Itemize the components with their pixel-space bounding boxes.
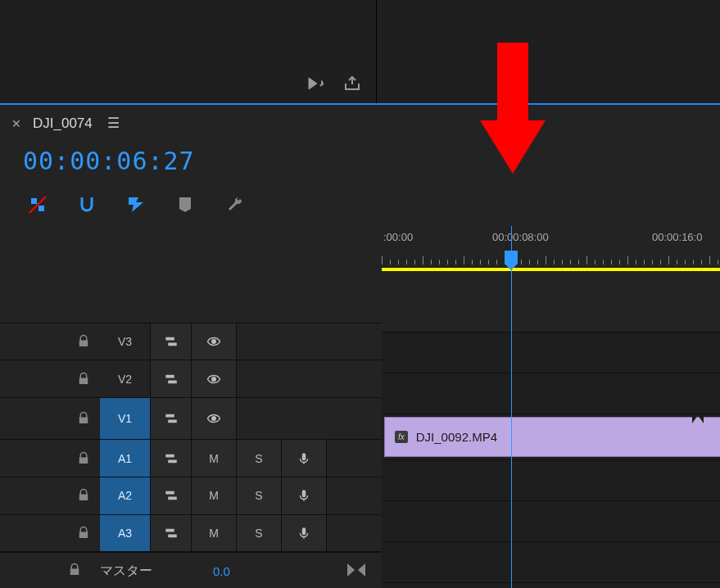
track-name[interactable]: A2	[100, 477, 151, 514]
svg-rect-21	[168, 534, 177, 537]
fx-badge[interactable]: fx	[395, 431, 408, 443]
source-patch-toggle[interactable]	[151, 398, 192, 439]
track-header-v2: V2	[0, 360, 382, 398]
work-area-bar[interactable]	[382, 268, 720, 271]
timeline-tools	[0, 188, 720, 226]
source-patch-toggle[interactable]	[151, 323, 192, 360]
track-a1-lane[interactable]	[382, 460, 720, 501]
track-header-a3: A3 M S	[0, 515, 382, 553]
source-patch-toggle[interactable]	[151, 515, 192, 552]
svg-rect-15	[168, 459, 177, 463]
track-v2-lane[interactable]	[382, 373, 720, 414]
svg-rect-18	[168, 497, 177, 500]
svg-rect-6	[168, 343, 177, 346]
mute-toggle[interactable]: M	[192, 515, 237, 552]
track-master-lane[interactable]	[382, 583, 720, 588]
solo-toggle[interactable]: S	[237, 515, 282, 552]
empty-track-space	[382, 273, 720, 332]
mute-toggle[interactable]: M	[192, 440, 237, 477]
play-pitch-icon[interactable]: ♪	[307, 75, 328, 92]
ruler-tick-label: :00:00	[383, 231, 413, 243]
svg-rect-19	[302, 490, 306, 497]
track-header-v1: V1	[0, 398, 382, 440]
voiceover-record-icon[interactable]	[282, 515, 327, 552]
track-name[interactable]: A1	[100, 440, 151, 477]
export-icon[interactable]	[343, 75, 361, 92]
lock-toggle[interactable]	[67, 515, 100, 552]
track-name[interactable]: V2	[100, 360, 151, 397]
panel-menu-icon[interactable]: ☰	[107, 115, 120, 132]
source-patch-toggle[interactable]	[151, 477, 192, 514]
clip-name: DJI_0092.MP4	[416, 430, 497, 444]
track-header-v3: V3	[0, 323, 382, 361]
svg-rect-17	[165, 491, 174, 495]
voiceover-record-icon[interactable]	[282, 477, 327, 514]
time-ruler[interactable]: :00:00 00:00:08:00 00:00:16:0	[382, 226, 720, 273]
track-header-a1: A1 M S	[0, 440, 382, 477]
track-v1-lane[interactable]: fx DJI_0092.MP4	[382, 414, 720, 460]
track-headers: V3 V2 V1	[0, 226, 382, 588]
timeline-header: ✕ DJI_0074 ☰	[0, 105, 720, 138]
sequence-name[interactable]: DJI_0074	[33, 115, 93, 132]
source-patch-toggle[interactable]	[151, 360, 192, 397]
program-monitor	[377, 0, 720, 103]
lock-toggle[interactable]	[67, 398, 100, 439]
track-name[interactable]: V3	[100, 323, 151, 360]
linked-selection-icon[interactable]	[126, 195, 146, 215]
master-volume-value[interactable]: 0.0	[213, 564, 230, 578]
nest-sequence-icon[interactable]	[28, 195, 48, 215]
bowtie-icon[interactable]	[347, 563, 365, 580]
track-output-toggle[interactable]	[192, 360, 237, 397]
close-sequence-button[interactable]: ✕	[11, 117, 21, 130]
snap-icon[interactable]	[77, 195, 97, 215]
svg-point-10	[211, 377, 216, 382]
solo-toggle[interactable]: S	[237, 440, 282, 477]
svg-rect-11	[165, 414, 174, 418]
ruler-tick-label: 00:00:08:00	[492, 231, 549, 243]
svg-marker-23	[347, 563, 355, 577]
master-track-label: マスター	[100, 563, 182, 580]
preview-panels: ♪	[0, 0, 720, 103]
track-a2-lane[interactable]	[382, 501, 720, 542]
track-name[interactable]: V1	[100, 398, 151, 439]
svg-text:♪: ♪	[319, 78, 324, 88]
svg-rect-9	[168, 380, 177, 383]
lock-toggle[interactable]	[67, 440, 100, 477]
master-track-header: マスター 0.0	[0, 552, 382, 588]
lock-toggle[interactable]	[67, 563, 82, 581]
svg-rect-14	[165, 454, 174, 457]
track-name[interactable]: A3	[100, 515, 151, 552]
track-output-toggle[interactable]	[192, 323, 237, 360]
voiceover-record-icon[interactable]	[282, 440, 327, 477]
playhead-timecode[interactable]: 00:00:06:27	[23, 147, 195, 175]
lock-toggle[interactable]	[67, 323, 100, 360]
svg-marker-24	[358, 563, 365, 577]
svg-marker-2	[309, 78, 317, 89]
track-v3-lane[interactable]	[382, 332, 720, 373]
ruler-tick-label: 00:00:16:0	[652, 231, 702, 243]
timecode-area: 00:00:06:27	[0, 138, 720, 188]
svg-rect-8	[165, 374, 174, 378]
track-output-toggle[interactable]	[192, 398, 237, 439]
solo-toggle[interactable]: S	[237, 477, 282, 514]
svg-rect-22	[302, 527, 306, 535]
timeline-canvas[interactable]: :00:00 00:00:08:00 00:00:16:0 fx DJI_009…	[382, 226, 720, 588]
source-patch-toggle[interactable]	[151, 440, 192, 477]
svg-rect-16	[302, 453, 306, 460]
video-clip[interactable]: fx DJI_0092.MP4	[384, 417, 720, 457]
track-a3-lane[interactable]	[382, 542, 720, 583]
svg-point-7	[211, 339, 216, 344]
lock-toggle[interactable]	[67, 477, 100, 514]
svg-point-13	[211, 416, 216, 421]
mute-toggle[interactable]: M	[192, 477, 237, 514]
clip-cut-notch	[692, 418, 704, 426]
source-monitor: ♪	[0, 0, 377, 103]
settings-wrench-icon[interactable]	[224, 195, 244, 215]
lock-toggle[interactable]	[67, 360, 100, 397]
svg-rect-5	[165, 337, 174, 341]
marker-icon[interactable]	[175, 195, 195, 215]
track-header-a2: A2 M S	[0, 477, 382, 515]
svg-rect-12	[168, 420, 177, 423]
svg-rect-20	[165, 529, 174, 532]
